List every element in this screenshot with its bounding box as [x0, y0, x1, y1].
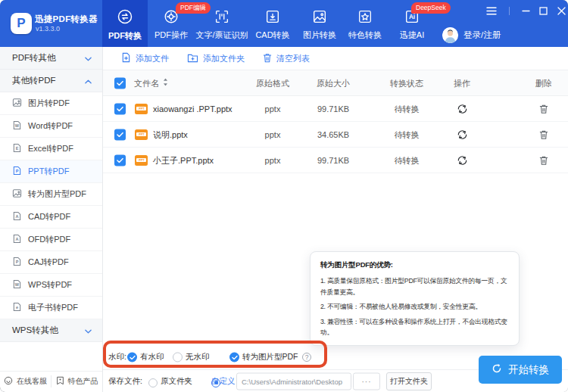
sidebar-item-caj-to-pdf[interactable]: P CAJ转PDF: [0, 251, 102, 274]
tooltip-point: 2. 不可编辑：不易被他人轻易修改或复制，安全性更高。: [320, 301, 509, 313]
ppt-file-icon: PPT: [135, 155, 148, 166]
row-checkbox[interactable]: [114, 103, 126, 114]
app-logo: P: [11, 13, 32, 34]
column-size: 原始大小: [303, 77, 364, 89]
sidebar-item-excel-to-pdf[interactable]: E Excel转PDF: [0, 138, 102, 160]
minimize-button[interactable]: [520, 5, 532, 17]
watermark-label: 水印:: [108, 352, 126, 362]
start-convert-button[interactable]: 开始转换: [479, 356, 562, 384]
svg-text:P: P: [16, 260, 19, 264]
app-version: v1.3.3.0: [36, 25, 60, 33]
caj-file-icon: P: [12, 257, 22, 268]
sidebar-item-to-image-pdf[interactable]: 转为图片型PDF: [0, 183, 102, 206]
app-title: 迅捷PDF转换器: [35, 14, 98, 25]
delete-icon[interactable]: [521, 155, 566, 165]
convert-icon: [116, 8, 134, 29]
tooltip-point: 1. 高质量保留原格式：图片型PDF可以保留原始文件的每一页，文件质量更高。: [320, 275, 509, 297]
custom-folder-label[interactable]: 自定义: [211, 376, 236, 387]
file-size: 99.71KB: [303, 104, 364, 114]
sidebar-item-word-to-pdf[interactable]: W Word转PDF: [0, 115, 102, 138]
convert-icon[interactable]: [439, 154, 485, 166]
maximize-button[interactable]: [537, 5, 549, 17]
image-icon: [311, 8, 328, 28]
add-file-button[interactable]: 添加文件: [121, 52, 169, 64]
nav-pdf-convert[interactable]: PDF转换: [102, 0, 148, 47]
watermark-options: 水印: 有水印 无水印 转为图片型PDF ?: [108, 350, 335, 365]
advantages-tooltip: 转为图片型PDF的优势: 1. 高质量保留原格式：图片型PDF可以保留原始文件的…: [310, 251, 520, 346]
close-button[interactable]: [555, 5, 567, 17]
nav-special-convert[interactable]: 特色转换: [343, 0, 387, 47]
online-support-button[interactable]: 在线客服: [0, 376, 51, 387]
ppt-file-icon: P: [12, 166, 22, 177]
word-file-icon: W: [12, 120, 22, 132]
open-folder-button[interactable]: 打开文件夹: [386, 372, 432, 390]
start-icon: [492, 363, 502, 376]
ebook-file-icon: e: [12, 302, 22, 313]
table-row: PPT 小王子.PPT.pptx pptx 99.71KB 待转换: [103, 148, 568, 173]
file-status: 待转换: [376, 129, 437, 140]
help-icon[interactable]: ?: [302, 353, 311, 362]
without-watermark-label[interactable]: 无水印: [186, 352, 210, 362]
sidebar-footer: 在线客服 特色产品: [0, 371, 102, 391]
sort-icon[interactable]: [163, 79, 168, 88]
header: P 迅捷PDF转换器 v1.3.3.0 PDF转换 PDF操作 文字/票证识别 …: [0, 0, 568, 47]
file-size: 34.65KB: [303, 130, 364, 139]
tooltip-title: 转为图片型PDF的优势:: [320, 260, 509, 270]
sidebar-section-other-to-pdf[interactable]: 其他转PDF: [0, 70, 102, 92]
nav-cad-convert[interactable]: CAD转换: [249, 0, 296, 47]
row-checkbox[interactable]: [114, 154, 126, 166]
sidebar-item-ebook-to-pdf[interactable]: e 电子书转PDF: [0, 297, 102, 319]
table-header: 文件名 原始格式 原始大小 转换状态 操作 删除: [103, 70, 568, 96]
with-watermark-checkbox[interactable]: [127, 353, 137, 362]
to-image-pdf-checkbox[interactable]: [229, 353, 239, 362]
sidebar-item-wps-to-pdf[interactable]: W WPS转PDF: [0, 274, 102, 297]
to-image-pdf-label[interactable]: 转为图片型PDF: [242, 352, 298, 362]
sidebar-section-pdf-to-other[interactable]: PDF转其他: [0, 47, 102, 70]
select-all-checkbox[interactable]: [114, 77, 126, 89]
save-label: 保存文件:: [108, 376, 142, 387]
svg-text:A: A: [15, 237, 18, 241]
add-file-icon: [121, 52, 131, 64]
tooltip-point: 3. 兼容性强：可以在多种设备和操作系统上打开，不会出现格式变动。: [320, 316, 509, 338]
column-filename[interactable]: 文件名: [134, 77, 168, 89]
delete-icon[interactable]: [521, 129, 566, 139]
pdf-edit-badge: PDF编辑: [176, 2, 211, 14]
ppt-file-icon: PPT: [135, 129, 148, 140]
original-folder-radio[interactable]: [148, 378, 158, 387]
convert-icon[interactable]: [439, 129, 485, 140]
add-folder-button[interactable]: 添加文件夹: [187, 53, 245, 64]
browse-button[interactable]: ···: [353, 372, 380, 390]
login-label: 登录/注册: [463, 30, 501, 41]
featured-products-button[interactable]: 特色产品: [51, 375, 102, 387]
add-folder-icon: [187, 53, 198, 64]
without-watermark-checkbox[interactable]: [173, 353, 183, 362]
login-area[interactable]: 登录/注册: [442, 27, 501, 43]
ppt-file-icon: PPT: [135, 104, 148, 114]
sidebar-item-ofd-to-pdf[interactable]: A OFD转PDF: [0, 229, 102, 251]
sidebar-item-cad-to-pdf[interactable]: A CAD转PDF: [0, 206, 102, 229]
clear-list-button[interactable]: 清空列表: [263, 53, 310, 64]
row-checkbox[interactable]: [114, 129, 126, 140]
table-row: PPT xiaowangzi .PPT.pptx pptx 99.71KB 待转…: [103, 96, 568, 122]
menu-icon[interactable]: [485, 5, 498, 17]
cad-file-icon: A: [12, 211, 22, 222]
support-icon: [4, 376, 13, 387]
svg-text:Ai: Ai: [409, 14, 415, 20]
sidebar-section-wps-to-other[interactable]: WPS转其他: [0, 319, 102, 342]
sidebar-item-ppt-to-pdf[interactable]: P PPT转PDF: [0, 160, 102, 183]
column-format: 原始格式: [242, 77, 303, 89]
save-path-input[interactable]: [236, 372, 351, 390]
column-status: 转换状态: [376, 77, 437, 89]
convert-icon[interactable]: [439, 103, 485, 114]
svg-text:W: W: [15, 123, 20, 128]
svg-text:A: A: [15, 214, 18, 219]
delete-icon[interactable]: [521, 104, 566, 114]
nav-image-convert[interactable]: 图片转换: [296, 0, 343, 47]
ocr-icon: [214, 8, 230, 28]
file-name: xiaowangzi .PPT.pptx: [153, 104, 233, 114]
sidebar-item-image-to-pdf[interactable]: 图片转PDF: [0, 92, 102, 115]
avatar: [442, 27, 458, 43]
with-watermark-label[interactable]: 有水印: [140, 352, 164, 362]
original-folder-label[interactable]: 原文件夹: [161, 376, 192, 387]
column-delete: 删除: [521, 77, 566, 89]
